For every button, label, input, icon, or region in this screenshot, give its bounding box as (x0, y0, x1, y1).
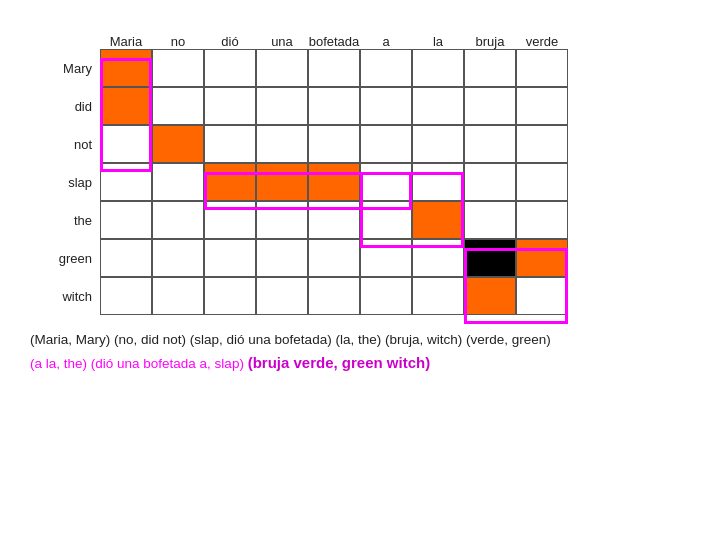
cell-2-2 (204, 125, 256, 163)
cell-1-3 (256, 87, 308, 125)
cell-0-6 (412, 49, 464, 87)
cell-6-0 (100, 277, 152, 315)
cell-4-8 (516, 201, 568, 239)
cell-2-3 (256, 125, 308, 163)
cell-1-2 (204, 87, 256, 125)
grid-row-2: not (40, 125, 690, 163)
col-label-7: bruja (464, 34, 516, 49)
cell-5-0 (100, 239, 152, 277)
cell-6-4 (308, 277, 360, 315)
col-label-8: verde (516, 34, 568, 49)
col-label-6: la (412, 34, 464, 49)
grid-row-1: did (40, 87, 690, 125)
cell-6-6 (412, 277, 464, 315)
cell-2-5 (360, 125, 412, 163)
cell-0-4 (308, 49, 360, 87)
col-label-5: a (360, 34, 412, 49)
cell-0-0 (100, 49, 152, 87)
cell-6-8 (516, 277, 568, 315)
cell-6-3 (256, 277, 308, 315)
cell-2-4 (308, 125, 360, 163)
cell-5-6 (412, 239, 464, 277)
cell-3-8 (516, 163, 568, 201)
cell-4-0 (100, 201, 152, 239)
row-label-5: green (40, 251, 100, 266)
grid-row-3: slap (40, 163, 690, 201)
cell-3-2 (204, 163, 256, 201)
bottom-text: (Maria, Mary) (no, did not) (slap, dió u… (30, 329, 690, 375)
bottom-line2-magenta: (a la, the) (dió una bofetada a, slap) (30, 356, 248, 371)
cell-3-6 (412, 163, 464, 201)
cell-6-5 (360, 277, 412, 315)
col-label-4: bofetada (308, 34, 360, 49)
cell-4-2 (204, 201, 256, 239)
cell-2-8 (516, 125, 568, 163)
cell-0-5 (360, 49, 412, 87)
grid-row-5: green (40, 239, 690, 277)
row-label-3: slap (40, 175, 100, 190)
cell-1-5 (360, 87, 412, 125)
col-label-1: no (152, 34, 204, 49)
cell-4-3 (256, 201, 308, 239)
cell-3-5 (360, 163, 412, 201)
cell-1-0 (100, 87, 152, 125)
grid-row-0: Mary (40, 49, 690, 87)
grid-container: MarianodióunabofetadaalabrujaverdeMarydi… (40, 34, 690, 315)
cell-0-7 (464, 49, 516, 87)
cell-6-2 (204, 277, 256, 315)
cell-6-7 (464, 277, 516, 315)
row-label-0: Mary (40, 61, 100, 76)
bottom-line2: (a la, the) (dió una bofetada a, slap) (… (30, 351, 690, 375)
row-label-1: did (40, 99, 100, 114)
bottom-line2-bold: (bruja verde, green witch) (248, 354, 431, 371)
cell-4-7 (464, 201, 516, 239)
grid-row-6: witch (40, 277, 690, 315)
row-label-4: the (40, 213, 100, 228)
bottom-line1: (Maria, Mary) (no, did not) (slap, dió u… (30, 329, 690, 351)
cell-5-4 (308, 239, 360, 277)
cell-1-7 (464, 87, 516, 125)
cell-3-1 (152, 163, 204, 201)
cell-3-7 (464, 163, 516, 201)
cell-4-5 (360, 201, 412, 239)
cell-5-3 (256, 239, 308, 277)
cell-0-3 (256, 49, 308, 87)
cell-2-7 (464, 125, 516, 163)
cell-1-8 (516, 87, 568, 125)
cell-3-4 (308, 163, 360, 201)
col-label-3: una (256, 34, 308, 49)
page: MarianodióunabofetadaalabrujaverdeMarydi… (0, 0, 720, 540)
alignment-area: MarianodióunabofetadaalabrujaverdeMarydi… (40, 32, 690, 315)
cell-3-0 (100, 163, 152, 201)
grid-row-4: the (40, 201, 690, 239)
cell-1-1 (152, 87, 204, 125)
cell-5-5 (360, 239, 412, 277)
cell-0-8 (516, 49, 568, 87)
cell-5-2 (204, 239, 256, 277)
cell-0-2 (204, 49, 256, 87)
col-label-0: Maria (100, 34, 152, 49)
row-label-2: not (40, 137, 100, 152)
cell-0-1 (152, 49, 204, 87)
cell-5-8 (516, 239, 568, 277)
cell-4-4 (308, 201, 360, 239)
cell-2-1 (152, 125, 204, 163)
row-label-6: witch (40, 289, 100, 304)
cell-5-1 (152, 239, 204, 277)
cell-6-1 (152, 277, 204, 315)
cell-2-0 (100, 125, 152, 163)
cell-4-1 (152, 201, 204, 239)
cell-3-3 (256, 163, 308, 201)
cell-2-6 (412, 125, 464, 163)
cell-4-6 (412, 201, 464, 239)
cell-1-4 (308, 87, 360, 125)
cell-5-7 (464, 239, 516, 277)
cell-1-6 (412, 87, 464, 125)
col-label-2: dió (204, 34, 256, 49)
